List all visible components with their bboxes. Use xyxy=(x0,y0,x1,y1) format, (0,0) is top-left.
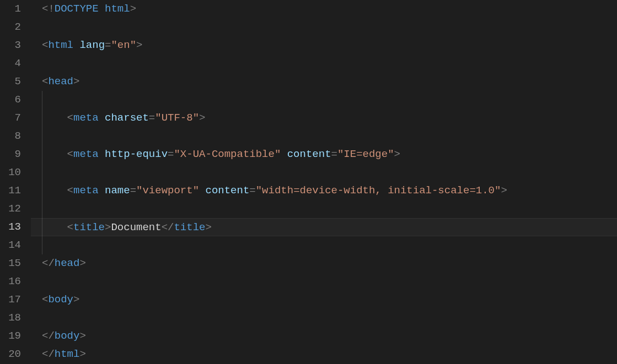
code-line[interactable]: </head> xyxy=(42,254,617,273)
token-punct: > xyxy=(79,257,85,269)
token-punct: </ xyxy=(162,221,174,233)
line-number: 15 xyxy=(0,254,21,273)
token-str: "en" xyxy=(111,39,136,51)
token-text xyxy=(281,148,287,160)
token-tag: head xyxy=(55,257,80,269)
line-number: 12 xyxy=(0,200,21,218)
token-tag: body xyxy=(48,294,73,306)
line-number: 6 xyxy=(0,91,21,109)
token-punct: > xyxy=(136,39,142,51)
line-number: 9 xyxy=(0,145,21,164)
token-punct: </ xyxy=(42,330,55,342)
token-text xyxy=(73,39,79,51)
line-number: 16 xyxy=(0,273,21,291)
code-line[interactable] xyxy=(42,200,617,218)
code-line[interactable] xyxy=(42,236,617,254)
token-text xyxy=(199,184,205,197)
code-line[interactable]: <title>Document</title> xyxy=(31,218,617,236)
code-line[interactable]: </body> xyxy=(42,327,617,345)
token-tag: html xyxy=(55,348,80,360)
token-punct: > xyxy=(394,148,400,160)
line-number: 18 xyxy=(0,309,21,327)
line-number: 13 xyxy=(0,218,21,236)
line-number: 5 xyxy=(0,73,21,91)
code-line[interactable] xyxy=(42,164,617,182)
token-tag: meta xyxy=(73,184,99,197)
token-punct: = xyxy=(249,184,255,197)
token-tag: meta xyxy=(73,112,99,124)
code-line[interactable]: <head> xyxy=(42,73,617,91)
token-attr: content xyxy=(205,184,249,197)
token-punct: </ xyxy=(42,257,55,269)
line-number: 19 xyxy=(0,327,21,345)
code-line[interactable] xyxy=(42,127,617,145)
code-line[interactable] xyxy=(42,91,617,109)
token-punct: > xyxy=(73,294,79,306)
token-punct: > xyxy=(205,221,211,233)
token-punct: = xyxy=(331,148,337,160)
token-punct: > xyxy=(130,3,136,15)
token-punct: > xyxy=(73,75,79,88)
line-number: 10 xyxy=(0,164,21,182)
token-attr: charset xyxy=(105,112,149,124)
line-number: 20 xyxy=(0,345,21,363)
token-punct: > xyxy=(199,112,205,124)
token-punct: < xyxy=(42,294,48,306)
token-punct: < xyxy=(42,39,48,51)
code-line[interactable]: <meta charset="UTF-8"> xyxy=(42,109,617,127)
token-text xyxy=(99,148,105,160)
line-number-gutter: 1234567891011121314151617181920 xyxy=(0,0,31,364)
token-punct: = xyxy=(149,112,155,124)
token-attr: http-equiv xyxy=(105,148,168,160)
token-str: "IE=edge" xyxy=(337,148,394,160)
token-str: "viewport" xyxy=(136,184,199,197)
code-area[interactable]: <!DOCTYPE html><html lang="en"><head> <m… xyxy=(31,0,617,364)
token-punct: > xyxy=(79,348,85,360)
token-tag: body xyxy=(55,330,80,342)
code-line[interactable]: <!DOCTYPE html> xyxy=(42,0,617,18)
code-line[interactable] xyxy=(42,309,617,327)
code-line[interactable] xyxy=(42,18,617,36)
code-editor[interactable]: 1234567891011121314151617181920 <!DOCTYP… xyxy=(0,0,617,364)
line-number: 2 xyxy=(0,18,21,36)
line-number: 11 xyxy=(0,182,21,200)
token-str: "width=device-width, initial-scale=1.0" xyxy=(256,184,501,197)
token-doctype: html xyxy=(105,3,130,15)
line-number: 1 xyxy=(0,0,21,18)
token-str: "UTF-8" xyxy=(155,112,199,124)
line-number: 7 xyxy=(0,109,21,127)
token-punct: <! xyxy=(42,3,55,15)
token-punct: = xyxy=(168,148,174,160)
token-text: Document xyxy=(111,221,161,233)
line-number: 3 xyxy=(0,36,21,55)
token-str: "X-UA-Compatible" xyxy=(174,148,281,160)
token-punct: > xyxy=(105,221,111,233)
line-number: 8 xyxy=(0,127,21,145)
code-line[interactable] xyxy=(42,273,617,291)
token-text xyxy=(99,3,105,15)
code-line[interactable]: <body> xyxy=(42,291,617,309)
code-line[interactable]: </html> xyxy=(42,345,617,363)
code-line[interactable]: <meta name="viewport" content="width=dev… xyxy=(42,182,617,200)
token-tag: title xyxy=(174,221,205,233)
token-attr: content xyxy=(287,148,331,160)
token-tag: head xyxy=(48,75,73,88)
token-punct: = xyxy=(105,39,111,51)
line-number: 4 xyxy=(0,55,21,73)
token-text xyxy=(99,112,105,124)
token-attr: lang xyxy=(79,39,105,51)
token-doctype: DOCTYPE xyxy=(55,3,99,15)
line-number: 17 xyxy=(0,291,21,309)
code-line[interactable] xyxy=(42,55,617,73)
token-punct: < xyxy=(67,184,73,197)
token-punct: < xyxy=(67,148,73,160)
token-tag: html xyxy=(48,39,73,51)
token-punct: < xyxy=(67,112,73,124)
token-text xyxy=(99,184,105,197)
token-attr: name xyxy=(105,184,130,197)
token-punct: = xyxy=(130,184,136,197)
code-line[interactable]: <html lang="en"> xyxy=(42,36,617,55)
token-punct: > xyxy=(501,184,507,197)
token-punct: < xyxy=(67,221,73,233)
code-line[interactable]: <meta http-equiv="X-UA-Compatible" conte… xyxy=(42,145,617,164)
